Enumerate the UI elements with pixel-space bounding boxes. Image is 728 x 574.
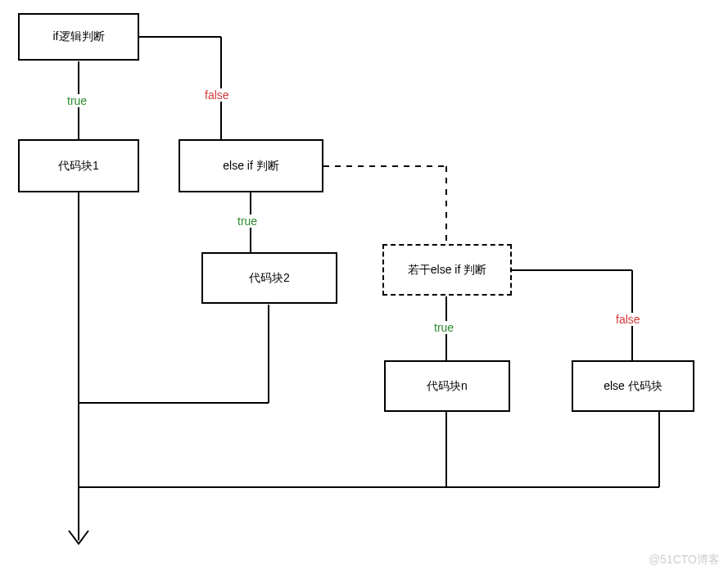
node-label: else 代码块 <box>604 379 662 394</box>
node-label: 若干else if 判断 <box>408 263 486 278</box>
edge-label-true: true <box>434 321 454 334</box>
node-block-n: 代码块n <box>384 360 510 412</box>
node-block2: 代码块2 <box>201 252 337 304</box>
flow-lines <box>0 0 728 574</box>
watermark: @51CTO博客 <box>649 553 720 567</box>
node-label: 代码块2 <box>249 271 290 286</box>
edge-label-false: false <box>616 313 640 326</box>
node-block1: 代码块1 <box>18 139 139 192</box>
node-n-elseif: 若干else if 判断 <box>382 244 512 296</box>
edge-label-false: false <box>205 88 229 102</box>
node-label: if逻辑判断 <box>53 29 105 44</box>
node-label: else if 判断 <box>223 159 278 174</box>
node-label: 代码块1 <box>58 159 99 174</box>
node-label: 代码块n <box>427 379 468 394</box>
node-elseif: else if 判断 <box>179 139 323 192</box>
edge-label-true: true <box>67 94 87 107</box>
edge-label-true: true <box>237 215 257 228</box>
node-if-check: if逻辑判断 <box>18 13 139 61</box>
node-else-block: else 代码块 <box>572 360 694 412</box>
